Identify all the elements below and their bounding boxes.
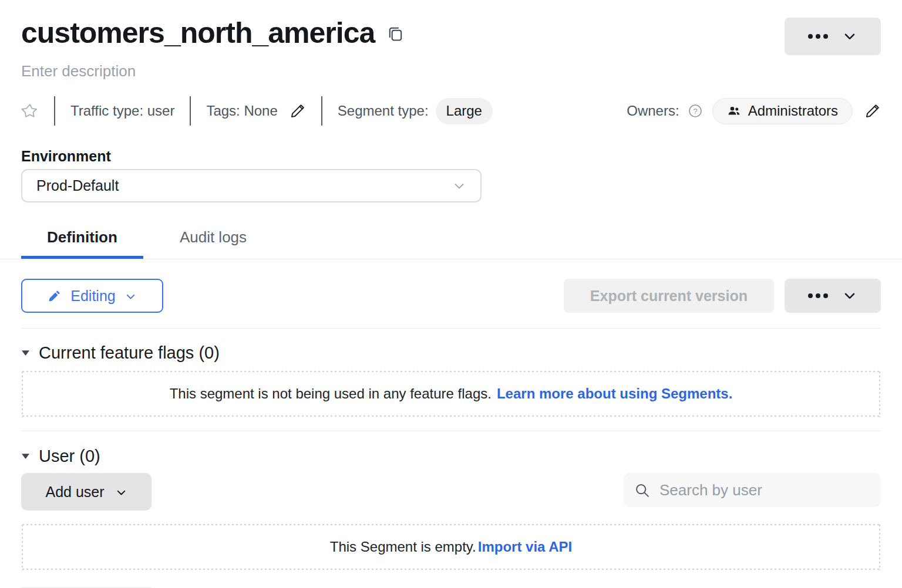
environment-select[interactable]: Prod-Default [21,169,482,202]
environment-selected-value: Prod-Default [36,177,119,194]
editing-label: Editing [70,288,115,305]
add-user-label: Add user [45,484,104,501]
user-empty-text: This Segment is empty. [330,539,476,555]
meta-row: Traffic type: user Tags: None Segment ty… [21,99,881,123]
tags-label: Tags: None [206,103,277,119]
user-heading: User (0) [39,447,100,465]
chevron-down-icon [115,486,127,499]
divider [321,96,322,126]
user-search [624,473,881,507]
owners-group: Owners: ? Administrators [627,98,881,124]
header-more-actions-button[interactable] [785,18,881,55]
svg-text:?: ? [693,107,697,116]
chevron-down-icon [452,179,466,193]
collapse-triangle-icon [21,452,30,461]
feature-flags-empty-state: This segment is not being used in any fe… [21,370,881,417]
search-by-user-input[interactable] [658,481,871,500]
user-toolbar: Add user [21,473,881,511]
chevron-down-icon [124,290,137,303]
learn-more-link[interactable]: Learn more about using Segments. [497,386,732,402]
chevron-down-icon [842,29,857,44]
search-icon [634,482,651,499]
editing-mode-button[interactable]: Editing [21,279,163,313]
add-user-button[interactable]: Add user [21,473,152,511]
copy-icon[interactable] [386,25,405,45]
pencil-icon [48,289,62,303]
collapse-triangle-icon [21,349,30,357]
user-empty-state: This Segment is empty. Import via API [21,523,881,570]
owners-label: Owners: [627,103,679,119]
owners-badge[interactable]: Administrators [712,98,853,124]
traffic-type-label: Traffic type: user [70,103,174,119]
chevron-down-icon [842,288,857,303]
definition-toolbar: Editing Export current version [21,279,881,313]
feature-flags-heading: Current feature flags (0) [39,343,220,362]
ellipsis-icon [808,34,828,39]
divider [190,96,191,126]
environment-label: Environment [21,148,881,164]
segment-type-label: Segment type: [338,103,429,119]
help-icon[interactable]: ? [688,103,703,119]
definition-more-actions-button[interactable] [785,279,881,313]
tab-audit-logs[interactable]: Audit logs [154,219,272,259]
feature-flags-section-header[interactable]: Current feature flags (0) [21,343,881,362]
star-icon[interactable] [21,102,39,120]
segment-type-badge: Large [436,98,493,124]
edit-owners-icon[interactable] [864,103,881,119]
people-icon [727,104,741,118]
divider [54,96,55,126]
tab-bar: Definition Audit logs [0,219,902,259]
segment-detail-page: customers_north_america Enter descriptio… [0,0,902,588]
import-via-api-link[interactable]: Import via API [478,539,572,555]
description-placeholder[interactable]: Enter description [21,62,881,80]
ellipsis-icon [808,293,828,298]
edit-tags-icon[interactable] [290,103,306,119]
user-section-header[interactable]: User (0) [21,447,881,465]
owners-value: Administrators [748,103,838,119]
page-title: customers_north_america [21,18,375,48]
horizontal-divider [21,431,881,431]
feature-flags-empty-text: This segment is not being used in any fe… [170,386,492,402]
export-current-version-button[interactable]: Export current version [564,279,774,313]
title-row: customers_north_america [21,0,881,48]
tab-definition[interactable]: Definition [21,219,143,259]
horizontal-divider [21,328,881,329]
